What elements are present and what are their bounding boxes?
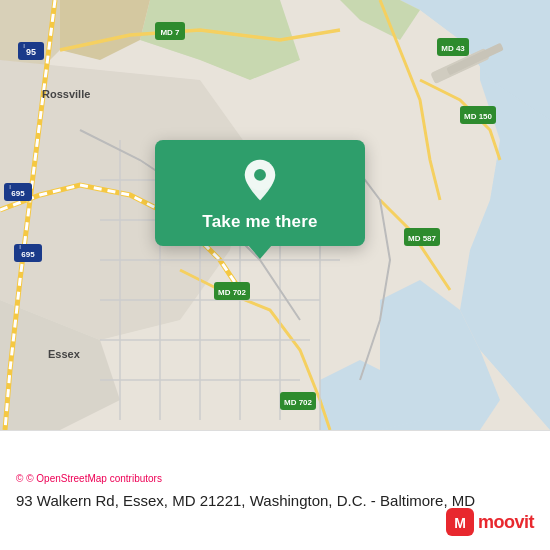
svg-text:95: 95 xyxy=(26,47,36,57)
svg-text:695: 695 xyxy=(21,250,35,259)
moovit-text: moovit xyxy=(478,512,534,533)
moovit-logo: M moovit xyxy=(446,508,534,536)
openstreetmap-credit: © OpenStreetMap contributors xyxy=(26,473,162,484)
svg-text:M: M xyxy=(454,515,466,531)
take-me-there-label: Take me there xyxy=(202,212,317,232)
svg-text:Essex: Essex xyxy=(48,348,81,360)
svg-text:695: 695 xyxy=(11,189,25,198)
take-me-there-popup[interactable]: Take me there xyxy=(155,140,365,246)
copyright-symbol: © xyxy=(16,473,23,484)
map-area[interactable]: 95 I 695 I 695 I MD 7 MD 43 MD 150 MD 58… xyxy=(0,0,550,430)
location-pin-icon xyxy=(238,158,282,202)
svg-text:MD 150: MD 150 xyxy=(464,112,493,121)
svg-text:Rossville: Rossville xyxy=(42,88,90,100)
map-attribution: © © OpenStreetMap contributors xyxy=(16,473,534,484)
svg-text:MD 702: MD 702 xyxy=(284,398,313,407)
moovit-icon: M xyxy=(446,508,474,536)
bottom-bar: © © OpenStreetMap contributors 93 Walker… xyxy=(0,430,550,550)
svg-text:MD 587: MD 587 xyxy=(408,234,437,243)
svg-text:MD 7: MD 7 xyxy=(160,28,180,37)
moovit-text-label: moovit xyxy=(478,512,534,532)
svg-point-49 xyxy=(254,169,266,181)
svg-text:MD 43: MD 43 xyxy=(441,44,465,53)
svg-text:MD 702: MD 702 xyxy=(218,288,247,297)
